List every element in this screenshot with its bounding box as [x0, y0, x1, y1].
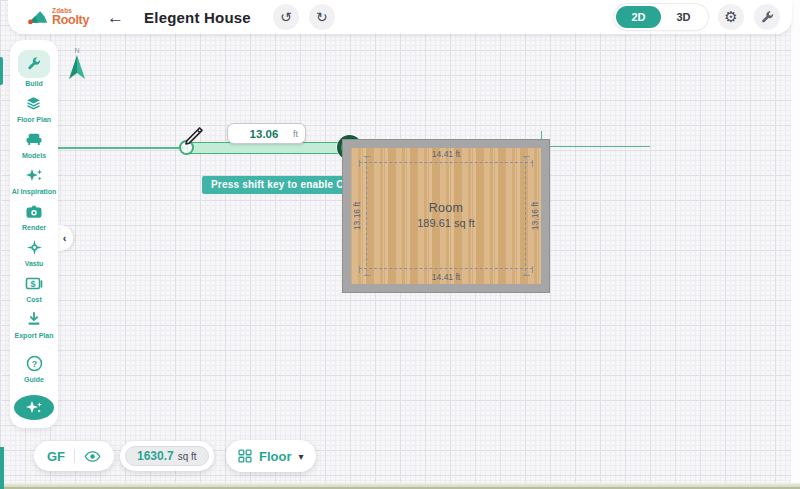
logo-icon [26, 8, 49, 27]
sidebar-item-vastu[interactable]: Vastu [19, 236, 49, 267]
edge-accent-strip [0, 447, 4, 489]
download-icon [26, 311, 42, 327]
svg-text:$: $ [30, 278, 35, 288]
floor-selector-dropdown[interactable]: Floor ▾ [226, 440, 316, 472]
sidebar-collapse-button[interactable]: ‹ [56, 225, 73, 251]
sidebar-item-build[interactable]: Build [18, 50, 50, 87]
chevron-down-icon: ▾ [299, 451, 304, 462]
eye-icon[interactable] [84, 450, 101, 463]
ai-assistant-fab[interactable] [14, 395, 54, 420]
floorplan-canvas[interactable]: Zdabs Roolty ← Elegent House ↺ ↻ 2D 3D ⚙ [0, 0, 800, 489]
toggle-2d-button[interactable]: 2D [616, 6, 661, 28]
brand-text: Roolty [52, 14, 89, 27]
dimension-line [359, 268, 533, 269]
toggle-3d-button[interactable]: 3D [661, 11, 706, 23]
window-edge [791, 0, 800, 489]
active-item-indicator [0, 57, 3, 85]
floor-visibility-control[interactable]: GF [34, 441, 114, 471]
layers-icon [25, 95, 42, 112]
dimension-line [359, 162, 533, 163]
collapse-chevron-icon: ‹ [63, 232, 67, 244]
room-width-dimension-top: 14.41 ft [351, 149, 541, 159]
grid-icon [238, 449, 252, 463]
sidebar: Build Floor Plan Models [10, 40, 58, 428]
sidebar-item-ai-inspiration[interactable]: AI Inspiration [12, 164, 57, 195]
total-area-value: 1630.7 [137, 449, 174, 463]
sparkles-icon [25, 400, 43, 415]
window-edge [0, 483, 800, 489]
back-button[interactable]: ← [107, 9, 124, 26]
sidebar-item-render[interactable]: Render [19, 200, 49, 231]
total-area-display: 1630.7 sq ft [120, 441, 214, 471]
sidebar-item-models[interactable]: Models [19, 128, 49, 159]
redo-button[interactable]: ↻ [309, 4, 335, 30]
room-name: Room [351, 201, 541, 215]
sidebar-item-floor-plan[interactable]: Floor Plan [17, 92, 51, 123]
floor-selector-label: Floor [259, 449, 292, 464]
tools-button[interactable] [754, 4, 780, 30]
current-floor-badge[interactable]: GF [47, 449, 65, 464]
wall-length-input[interactable]: 13.06 ft [227, 123, 306, 144]
alignment-guide-line [56, 147, 188, 149]
view-mode-toggle[interactable]: 2D 3D [614, 4, 708, 30]
gear-icon: ⚙ [724, 8, 737, 26]
sidebar-item-cost[interactable]: $ Cost [19, 272, 49, 303]
pencil-icon [181, 123, 207, 149]
sidebar-item-export-plan[interactable]: Export Plan [15, 308, 54, 339]
money-icon: $ [25, 276, 43, 291]
camera-icon [25, 204, 43, 219]
undo-button[interactable]: ↺ [273, 4, 299, 30]
wall-length-value[interactable]: 13.06 [235, 128, 293, 140]
room-width-dimension-bottom: 14.41 ft [351, 272, 541, 282]
total-area-unit: sq ft [178, 451, 197, 462]
wrench-icon [26, 56, 42, 72]
room-shape[interactable]: 14.41 ft 14.41 ft 13.16 ft 13.16 ft Room… [343, 140, 549, 292]
app-logo[interactable]: Zdabs Roolty [26, 8, 89, 27]
sidebar-item-guide[interactable]: ? Guide [19, 352, 49, 383]
redo-icon: ↻ [316, 9, 328, 25]
divider [74, 449, 75, 463]
alignment-guide-line [548, 146, 650, 147]
settings-button[interactable]: ⚙ [718, 4, 744, 30]
undo-icon: ↺ [280, 9, 292, 25]
svg-text:?: ? [31, 358, 36, 368]
north-compass-icon: N [64, 47, 90, 84]
top-bar: Zdabs Roolty ← Elegent House ↺ ↻ 2D 3D ⚙ [8, 0, 792, 34]
wall-length-unit: ft [293, 129, 298, 139]
sofa-icon [25, 131, 43, 147]
compass-star-icon [26, 239, 43, 256]
project-title: Elegent House [144, 9, 251, 26]
sparkles-icon [25, 168, 43, 183]
question-icon: ? [26, 355, 43, 372]
room-area: 189.61 sq ft [351, 217, 541, 229]
wrench-icon [760, 10, 775, 25]
